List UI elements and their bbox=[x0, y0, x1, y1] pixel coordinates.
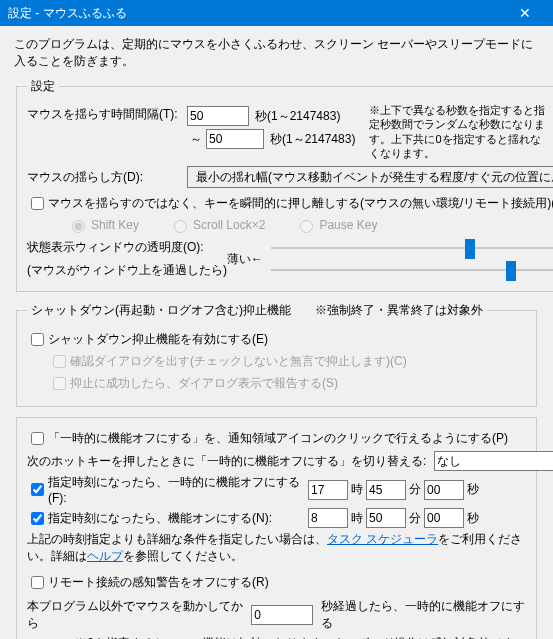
help-link[interactable]: ヘルプ bbox=[87, 549, 123, 563]
opacity-slider-1[interactable] bbox=[271, 237, 553, 259]
shutdown-confirm-label: 確認ダイアログを出す(チェックしないと無言で抑止します)(C) bbox=[70, 353, 407, 370]
settings-legend: 設定 bbox=[27, 78, 59, 95]
interval-unit1: 秒(1～2147483) bbox=[255, 108, 340, 125]
shutdown-report-label: 抑止に成功したら、ダイアログ表示で報告する(S) bbox=[70, 375, 338, 392]
opacity-label: 状態表示ウィンドウの透明度(O): bbox=[27, 239, 227, 256]
other-mouse-tail: 秒経過したら、一時的に機能オフにする bbox=[321, 598, 526, 632]
shutdown-enable-checkbox[interactable] bbox=[31, 333, 44, 346]
method-select[interactable]: 最小の揺れ幅(マウス移動イベントが発生する程度/すぐ元の位置に戻す) bbox=[187, 166, 553, 188]
off-at-checkbox[interactable] bbox=[31, 483, 44, 496]
radio-shift bbox=[72, 220, 85, 233]
off-min[interactable] bbox=[366, 480, 406, 500]
hotkey-label: 次のホットキーを押したときに「一時的に機能オフにする」を切り替える: bbox=[27, 453, 426, 470]
key-mode-label: マウスを揺らすのではなく、キーを瞬間的に押し離しする(マウスの無い環境/リモート… bbox=[48, 195, 553, 212]
shutdown-group: シャットダウン(再起動・ログオフ含む)抑止機能 ※強制終了・異常終了は対象外 シ… bbox=[16, 302, 537, 407]
tilde: ～ bbox=[187, 131, 202, 148]
on-hour[interactable] bbox=[308, 508, 348, 528]
method-label: マウスの揺らし方(D): bbox=[27, 169, 187, 186]
key-radio-row: Shift Key Scroll Lock×2 Pause Key bbox=[67, 217, 553, 233]
opacity-slider-2[interactable] bbox=[271, 259, 553, 281]
task-scheduler-link[interactable]: タスク スケジューラ bbox=[327, 532, 438, 546]
remote-warn-checkbox[interactable] bbox=[31, 576, 44, 589]
shutdown-legend: シャットダウン(再起動・ログオフ含む)抑止機能 ※強制終了・異常終了は対象外 bbox=[27, 302, 487, 319]
shutdown-confirm-checkbox bbox=[53, 355, 66, 368]
remote-warn-label: リモート接続の感知警告をオフにする(R) bbox=[48, 574, 269, 591]
close-icon[interactable]: ✕ bbox=[505, 5, 545, 21]
interval-to-input[interactable] bbox=[206, 129, 264, 149]
on-at-label: 指定時刻になったら、機能オンにする(N): bbox=[48, 510, 308, 527]
interval-note: ※上下で異なる秒数を指定すると指定秒数間でランダムな秒数になります。上下共に0を… bbox=[369, 103, 549, 160]
other-mouse-label: 本プログラム以外でマウスを動かしてから bbox=[27, 598, 243, 632]
toggle-group: 「一時的に機能オフにする」を、通知領域アイコンのクリックで行えるようにする(P)… bbox=[16, 417, 537, 639]
settings-group: 設定 マウスを揺らす時間間隔(T): 秒(1～2147483) ～ 秒(1～21… bbox=[16, 78, 553, 292]
radio-scroll bbox=[174, 220, 187, 233]
shutdown-enable-label: シャットダウン抑止機能を有効にする(E) bbox=[48, 331, 268, 348]
on-sec[interactable] bbox=[424, 508, 464, 528]
on-at-checkbox[interactable] bbox=[31, 512, 44, 525]
other-mouse-input[interactable] bbox=[251, 605, 313, 625]
key-mode-checkbox[interactable] bbox=[31, 197, 44, 210]
opacity-hint: (マウスがウィンドウ上を通過したら) bbox=[27, 262, 227, 279]
off-hour[interactable] bbox=[308, 480, 348, 500]
radio-pause bbox=[300, 220, 313, 233]
scheduler-note: 上記の時刻指定よりも詳細な条件を指定したい場合は、タスク スケジューラをご利用く… bbox=[27, 531, 526, 565]
hotkey-input[interactable] bbox=[434, 451, 553, 471]
interval-from-input[interactable] bbox=[187, 106, 249, 126]
interval-unit2: 秒(1～2147483) bbox=[270, 131, 355, 148]
window-title: 設定 - マウスふるふる bbox=[8, 5, 505, 22]
interval-label: マウスを揺らす時間間隔(T): bbox=[27, 103, 187, 123]
other-mouse-note: ※0を指定すると、この機能は無効になります。キーボード操作は感知対象外です。 bbox=[27, 635, 526, 639]
off-at-label: 指定時刻になったら、一時的に機能オフにする(F): bbox=[48, 474, 308, 505]
slider-left-label: 薄い← bbox=[227, 251, 263, 268]
on-min[interactable] bbox=[366, 508, 406, 528]
toggle-by-icon-label: 「一時的に機能オフにする」を、通知領域アイコンのクリックで行えるようにする(P) bbox=[48, 430, 508, 447]
intro-text: このプログラムは、定期的にマウスを小さくふるわせ、スクリーン セーバーやスリープ… bbox=[14, 36, 539, 70]
titlebar: 設定 - マウスふるふる ✕ bbox=[0, 0, 553, 26]
shutdown-report-checkbox bbox=[53, 377, 66, 390]
off-sec[interactable] bbox=[424, 480, 464, 500]
toggle-by-icon-checkbox[interactable] bbox=[31, 432, 44, 445]
